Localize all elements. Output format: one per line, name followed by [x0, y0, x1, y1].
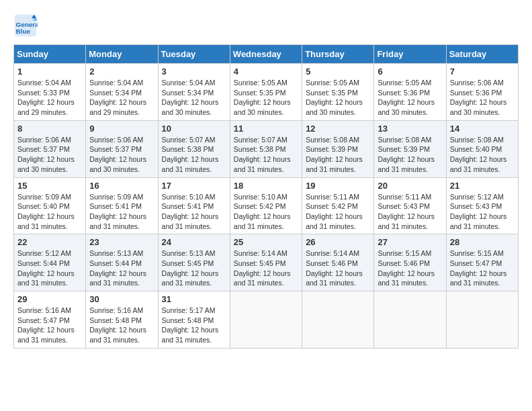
day-info: Sunrise: 5:14 AM Sunset: 5:46 PM Dayligh… — [306, 248, 370, 288]
logo: General Blue — [13, 13, 42, 38]
day-number: 2 — [89, 66, 154, 77]
calendar-week-3: 15 Sunrise: 5:09 AM Sunset: 5:40 PM Dayl… — [14, 177, 519, 234]
calendar-cell: 14 Sunrise: 5:08 AM Sunset: 5:40 PM Dayl… — [446, 120, 518, 177]
weekday-header-tuesday: Tuesday — [158, 45, 230, 64]
weekday-header-wednesday: Wednesday — [230, 45, 302, 64]
day-number: 3 — [162, 66, 226, 77]
day-number: 22 — [17, 237, 82, 247]
day-info: Sunrise: 5:04 AM Sunset: 5:34 PM Dayligh… — [162, 78, 226, 118]
day-info: Sunrise: 5:08 AM Sunset: 5:39 PM Dayligh… — [378, 135, 442, 175]
day-number: 23 — [89, 237, 154, 247]
calendar-cell: 28 Sunrise: 5:15 AM Sunset: 5:47 PM Dayl… — [446, 234, 518, 291]
calendar-cell: 21 Sunrise: 5:12 AM Sunset: 5:43 PM Dayl… — [446, 177, 518, 234]
day-info: Sunrise: 5:12 AM Sunset: 5:43 PM Dayligh… — [450, 192, 515, 232]
calendar-cell: 8 Sunrise: 5:06 AM Sunset: 5:37 PM Dayli… — [14, 120, 86, 177]
logo-icon: General Blue — [13, 13, 38, 38]
calendar-cell: 3 Sunrise: 5:04 AM Sunset: 5:34 PM Dayli… — [158, 64, 230, 121]
calendar-cell: 7 Sunrise: 5:06 AM Sunset: 5:36 PM Dayli… — [446, 64, 518, 121]
day-info: Sunrise: 5:05 AM Sunset: 5:35 PM Dayligh… — [306, 78, 370, 118]
day-number: 8 — [17, 124, 82, 134]
day-number: 9 — [89, 124, 154, 134]
day-number: 10 — [162, 124, 226, 134]
day-number: 14 — [450, 124, 515, 134]
day-info: Sunrise: 5:05 AM Sunset: 5:36 PM Dayligh… — [378, 78, 442, 118]
day-info: Sunrise: 5:14 AM Sunset: 5:45 PM Dayligh… — [234, 248, 298, 288]
weekday-header-friday: Friday — [374, 45, 446, 64]
day-number: 6 — [378, 66, 442, 77]
day-info: Sunrise: 5:06 AM Sunset: 5:37 PM Dayligh… — [17, 135, 82, 175]
day-info: Sunrise: 5:17 AM Sunset: 5:48 PM Dayligh… — [162, 306, 226, 345]
calendar-week-5: 29 Sunrise: 5:16 AM Sunset: 5:47 PM Dayl… — [14, 291, 519, 349]
day-number: 11 — [234, 124, 298, 134]
calendar-week-2: 8 Sunrise: 5:06 AM Sunset: 5:37 PM Dayli… — [14, 120, 519, 177]
calendar-cell: 29 Sunrise: 5:16 AM Sunset: 5:47 PM Dayl… — [14, 291, 86, 349]
calendar-cell: 5 Sunrise: 5:05 AM Sunset: 5:35 PM Dayli… — [302, 64, 374, 121]
day-info: Sunrise: 5:05 AM Sunset: 5:35 PM Dayligh… — [234, 78, 298, 118]
day-number: 21 — [450, 181, 515, 191]
svg-text:Blue: Blue — [16, 28, 31, 35]
day-number: 29 — [17, 294, 82, 304]
calendar-cell: 30 Sunrise: 5:16 AM Sunset: 5:48 PM Dayl… — [86, 291, 158, 349]
calendar-cell: 22 Sunrise: 5:12 AM Sunset: 5:44 PM Dayl… — [14, 234, 86, 291]
day-number: 27 — [378, 237, 442, 247]
day-info: Sunrise: 5:08 AM Sunset: 5:40 PM Dayligh… — [450, 135, 515, 175]
calendar-cell: 12 Sunrise: 5:08 AM Sunset: 5:39 PM Dayl… — [302, 120, 374, 177]
day-number: 31 — [162, 294, 226, 304]
day-info: Sunrise: 5:12 AM Sunset: 5:44 PM Dayligh… — [17, 248, 82, 288]
calendar-week-1: 1 Sunrise: 5:04 AM Sunset: 5:33 PM Dayli… — [14, 64, 519, 121]
day-info: Sunrise: 5:07 AM Sunset: 5:38 PM Dayligh… — [162, 135, 226, 175]
calendar-cell: 4 Sunrise: 5:05 AM Sunset: 5:35 PM Dayli… — [230, 64, 302, 121]
day-number: 7 — [450, 66, 515, 77]
day-info: Sunrise: 5:09 AM Sunset: 5:41 PM Dayligh… — [89, 192, 154, 232]
day-number: 24 — [162, 237, 226, 247]
day-info: Sunrise: 5:11 AM Sunset: 5:42 PM Dayligh… — [306, 192, 370, 232]
calendar-cell: 16 Sunrise: 5:09 AM Sunset: 5:41 PM Dayl… — [86, 177, 158, 234]
weekday-header-sunday: Sunday — [14, 45, 86, 64]
day-number: 28 — [450, 237, 515, 247]
day-info: Sunrise: 5:06 AM Sunset: 5:36 PM Dayligh… — [450, 78, 515, 118]
calendar-cell: 2 Sunrise: 5:04 AM Sunset: 5:34 PM Dayli… — [86, 64, 158, 121]
weekday-header-row: SundayMondayTuesdayWednesdayThursdayFrid… — [14, 45, 519, 64]
calendar-cell: 27 Sunrise: 5:15 AM Sunset: 5:46 PM Dayl… — [374, 234, 446, 291]
day-info: Sunrise: 5:13 AM Sunset: 5:45 PM Dayligh… — [162, 248, 226, 288]
day-number: 4 — [234, 66, 298, 77]
calendar-cell: 23 Sunrise: 5:13 AM Sunset: 5:44 PM Dayl… — [86, 234, 158, 291]
calendar-cell — [302, 291, 374, 349]
day-info: Sunrise: 5:13 AM Sunset: 5:44 PM Dayligh… — [89, 248, 154, 288]
calendar-cell: 19 Sunrise: 5:11 AM Sunset: 5:42 PM Dayl… — [302, 177, 374, 234]
day-info: Sunrise: 5:09 AM Sunset: 5:40 PM Dayligh… — [17, 192, 82, 232]
calendar-cell: 24 Sunrise: 5:13 AM Sunset: 5:45 PM Dayl… — [158, 234, 230, 291]
calendar-cell — [230, 291, 302, 349]
weekday-header-saturday: Saturday — [446, 45, 518, 64]
calendar-cell: 15 Sunrise: 5:09 AM Sunset: 5:40 PM Dayl… — [14, 177, 86, 234]
day-info: Sunrise: 5:04 AM Sunset: 5:34 PM Dayligh… — [89, 78, 154, 118]
day-number: 5 — [306, 66, 370, 77]
day-info: Sunrise: 5:08 AM Sunset: 5:39 PM Dayligh… — [306, 135, 370, 175]
day-info: Sunrise: 5:06 AM Sunset: 5:37 PM Dayligh… — [89, 135, 154, 175]
calendar-cell: 17 Sunrise: 5:10 AM Sunset: 5:41 PM Dayl… — [158, 177, 230, 234]
calendar-cell: 18 Sunrise: 5:10 AM Sunset: 5:42 PM Dayl… — [230, 177, 302, 234]
weekday-header-thursday: Thursday — [302, 45, 374, 64]
day-number: 18 — [234, 181, 298, 191]
calendar-cell: 20 Sunrise: 5:11 AM Sunset: 5:43 PM Dayl… — [374, 177, 446, 234]
calendar-table: SundayMondayTuesdayWednesdayThursdayFrid… — [13, 44, 519, 349]
day-number: 1 — [17, 66, 82, 77]
day-info: Sunrise: 5:11 AM Sunset: 5:43 PM Dayligh… — [378, 192, 442, 232]
calendar-cell: 31 Sunrise: 5:17 AM Sunset: 5:48 PM Dayl… — [158, 291, 230, 349]
day-number: 13 — [378, 124, 442, 134]
day-info: Sunrise: 5:10 AM Sunset: 5:42 PM Dayligh… — [234, 192, 298, 232]
day-info: Sunrise: 5:15 AM Sunset: 5:47 PM Dayligh… — [450, 248, 515, 288]
day-info: Sunrise: 5:10 AM Sunset: 5:41 PM Dayligh… — [162, 192, 226, 232]
day-number: 30 — [89, 294, 154, 304]
day-number: 15 — [17, 181, 82, 191]
calendar-cell: 11 Sunrise: 5:07 AM Sunset: 5:38 PM Dayl… — [230, 120, 302, 177]
day-number: 25 — [234, 237, 298, 247]
calendar-cell: 10 Sunrise: 5:07 AM Sunset: 5:38 PM Dayl… — [158, 120, 230, 177]
page-header: General Blue — [13, 13, 519, 38]
calendar-cell: 1 Sunrise: 5:04 AM Sunset: 5:33 PM Dayli… — [14, 64, 86, 121]
calendar-cell — [446, 291, 518, 349]
calendar-cell — [374, 291, 446, 349]
day-info: Sunrise: 5:15 AM Sunset: 5:46 PM Dayligh… — [378, 248, 442, 288]
day-number: 20 — [378, 181, 442, 191]
day-number: 16 — [89, 181, 154, 191]
